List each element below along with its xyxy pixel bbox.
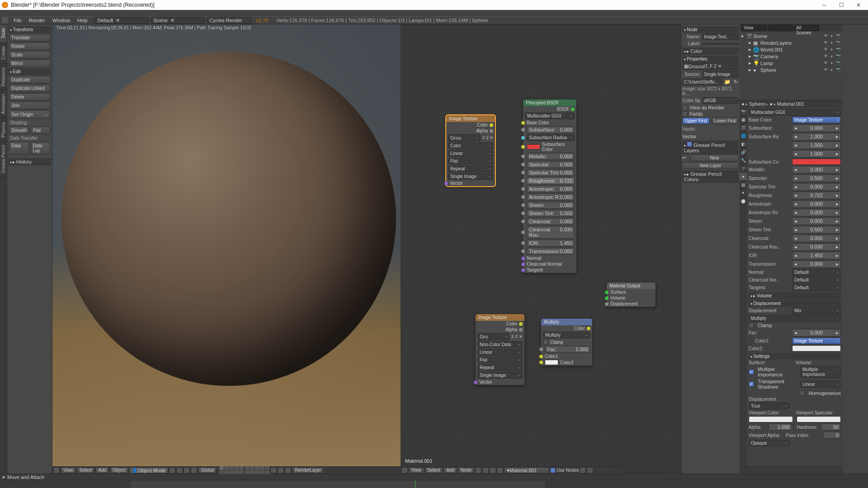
properties-section[interactable]: Properties (682, 56, 739, 62)
node-label-field[interactable] (702, 43, 739, 45)
editor-type-icon[interactable] (53, 467, 60, 474)
open-folder-icon[interactable]: 📁 (724, 79, 731, 85)
outliner-item[interactable]: ▸📷Camera👁▸📷 (741, 53, 841, 60)
fields-cb[interactable] (682, 111, 688, 117)
node-add-menu[interactable]: Add (443, 467, 457, 474)
distribution-dd[interactable]: Multiscatter GGX (525, 113, 575, 119)
maximize-button[interactable]: ☐ (834, 1, 849, 9)
viewport-view-menu[interactable]: View (61, 467, 76, 474)
src-dd[interactable]: Single Image (448, 173, 493, 180)
outliner-item[interactable]: ▸🌐World.001👁▸📷 (741, 46, 841, 53)
node-title[interactable]: Multiply (541, 319, 592, 325)
node-section[interactable]: Node (682, 26, 739, 33)
gp-new-button[interactable]: New (690, 155, 739, 161)
smooth-button[interactable]: Smooth (9, 127, 29, 134)
auto-render-icon[interactable] (587, 467, 593, 474)
node-image-texture-1[interactable]: Image Texture Color Alpha GrouF 2 ✕ Colo… (446, 115, 495, 187)
image-dropdown[interactable]: Grou (448, 134, 481, 141)
color-section[interactable]: ▸ Color (682, 47, 739, 55)
viewport-select-menu[interactable]: Select (77, 467, 95, 474)
outliner-view-menu[interactable]: View (741, 25, 767, 31)
backdrop-icon[interactable] (580, 467, 586, 474)
gp-new-layer-button[interactable]: New Layer (682, 162, 739, 169)
tab-world[interactable]: 🌐 (740, 132, 747, 140)
clamp-checkbox[interactable] (543, 339, 548, 345)
node-node-menu[interactable]: Node (458, 467, 474, 474)
menu-help[interactable]: Help (74, 18, 91, 23)
viewport-3d[interactable]: Time:00:21.53 | Remaining:00:26.81 | Mem… (52, 24, 401, 474)
join-button[interactable]: Join (9, 102, 50, 109)
viewport-object-menu[interactable]: Object (110, 467, 128, 474)
node-principled-bsdf[interactable]: Principled BSDF BSDF Multiscatter GGX Ba… (523, 99, 577, 273)
mode-dropdown[interactable]: 👤 Object Mode (129, 467, 168, 474)
menu-window[interactable]: Window (49, 18, 74, 23)
expand-icon[interactable]: ▸ (3, 474, 5, 480)
shading-icon[interactable] (169, 467, 175, 474)
tab-animation[interactable]: Animation (0, 90, 7, 118)
edit-header[interactable]: Edit (8, 68, 51, 75)
image-datablock[interactable]: ▦ GroundT.. F 2 ✕ (682, 63, 739, 70)
tab-physics[interactable]: Physics (0, 118, 7, 141)
tab-scene[interactable]: 🎬 (740, 124, 747, 132)
tab-create[interactable]: Create (0, 42, 7, 64)
menu-render[interactable]: Render (25, 18, 49, 23)
image-path-field[interactable]: C:\Users\Steffe... (682, 79, 722, 85)
node-title[interactable]: Principled BSDF (523, 99, 576, 106)
close-button[interactable]: ✕ (851, 1, 866, 9)
engine-dropdown[interactable]: Cycles Render (207, 17, 252, 24)
node-select-menu[interactable]: Select (425, 467, 443, 474)
use-nodes-checkbox[interactable] (550, 468, 556, 473)
gp-layers-section[interactable]: Grease Pencil Layers (682, 141, 739, 154)
gp-icon[interactable]: ✏ (682, 155, 689, 161)
viewport-add-menu[interactable]: Add (95, 467, 109, 474)
node-image-texture-2[interactable]: Image Texture Color Alpha Gro2F ✕ Non-Co… (475, 314, 525, 385)
shader-type-icon[interactable] (475, 467, 481, 474)
tab-physics[interactable]: ⬤ (740, 197, 747, 205)
refresh-icon[interactable]: ↻ (732, 79, 739, 85)
renderlayer-dropdown[interactable]: RenderLayer (292, 467, 324, 474)
data-button[interactable]: Data (9, 142, 29, 155)
version-link[interactable]: v2.79 (253, 18, 272, 23)
editor-type-icon[interactable] (2, 17, 8, 23)
node-editor[interactable]: Image Texture Color Alpha GrouF 2 ✕ Colo… (401, 24, 681, 474)
tab-material[interactable]: ● (740, 173, 747, 181)
comp-type-icon[interactable] (490, 467, 496, 474)
menu-file[interactable]: File (10, 18, 25, 23)
render-view[interactable] (52, 24, 401, 466)
tab-constraints[interactable]: 🔗 (740, 148, 747, 156)
history-header[interactable]: ▸ History (8, 158, 51, 165)
scale-button[interactable]: Scale (9, 51, 50, 59)
rotate-button[interactable]: Rotate (9, 42, 50, 50)
gp-colors-section[interactable]: ▸ Grease Pencil Colors (682, 170, 739, 183)
view-as-render-cb[interactable] (682, 105, 688, 110)
orientation-dropdown[interactable]: Global (198, 467, 217, 474)
minimize-button[interactable]: ─ (816, 1, 832, 9)
node-title[interactable]: Material Output (607, 282, 656, 289)
snap-icon[interactable] (270, 467, 277, 474)
tab-render[interactable]: 📷 (740, 108, 747, 116)
layout-dropdown[interactable]: Default ✕ (94, 17, 149, 24)
last-operator-panel[interactable]: ▸ Move and Attach (0, 474, 868, 480)
tex-type-icon[interactable] (482, 467, 489, 474)
tab-renderlayers[interactable]: ▦ (740, 116, 747, 124)
translate-button[interactable]: Translate (9, 34, 50, 42)
snap-type-icon[interactable] (278, 467, 284, 474)
lower-first-button[interactable]: Lower First (712, 117, 739, 124)
scene-dropdown[interactable]: Scene ✕ (151, 17, 205, 24)
outliner-item[interactable]: ▸💡Lamp👁▸📷 (741, 60, 841, 66)
editor-type-icon[interactable] (401, 467, 408, 474)
duplicate-linked-button[interactable]: Duplicate Linked (9, 84, 50, 92)
data-lay-button[interactable]: Data Lay (31, 142, 51, 155)
layer-buttons[interactable] (219, 466, 269, 474)
material-dropdown[interactable]: ● Material.001 (504, 467, 549, 474)
duplicate-button[interactable]: Duplicate (9, 76, 50, 84)
interp-dd[interactable]: Linear (448, 150, 493, 157)
node-multiply[interactable]: Multiply Color Multiply Clamp Fac:5.000 … (541, 318, 593, 366)
outliner-item[interactable]: ▸🎬Scene👁▸📷 (741, 33, 841, 39)
tab-grease-pencil[interactable]: Grease Pencil (0, 141, 7, 178)
outliner-filter[interactable]: All Scenes (794, 25, 819, 31)
transform-header[interactable]: Transform (8, 26, 51, 33)
outliner-item[interactable]: ▸●Sphere👁▸📷 (741, 66, 841, 73)
mirror-button[interactable]: Mirror (9, 60, 50, 67)
ext-dd[interactable]: Repeat (448, 165, 493, 172)
